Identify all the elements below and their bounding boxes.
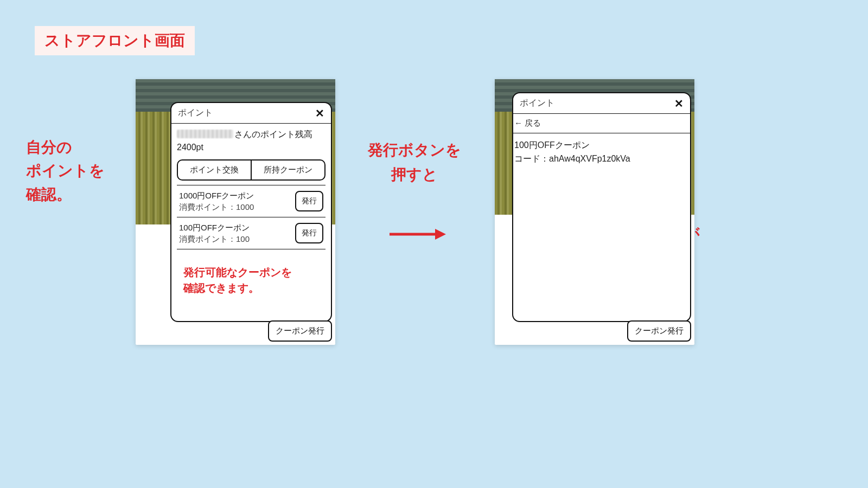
code-label: コード： (514, 154, 549, 163)
dialog-title: ポイント (178, 107, 213, 119)
tab-point-exchange[interactable]: ポイント交換 (178, 160, 251, 179)
issue-button[interactable]: 発行 (295, 191, 323, 211)
coupon-issue-button[interactable]: クーポン発行 (627, 320, 691, 342)
coupon-name: 1000円OFFクーポン (179, 190, 254, 201)
back-link[interactable]: ←戻る (513, 114, 690, 133)
arrow-icon (387, 227, 447, 242)
close-icon[interactable]: ✕ (674, 98, 684, 109)
dialog-title: ポイント (520, 98, 554, 109)
coupon-name: 100円OFFクーポン (179, 222, 250, 233)
issued-coupon-name: 100円OFFクーポン (514, 139, 689, 152)
page-title: ストアフロント画面 (35, 26, 195, 55)
coupon-cost: 消費ポイント：100 (179, 233, 250, 245)
coupon-cost: 消費ポイント：1000 (179, 201, 254, 213)
balance-suffix: さんのポイント残高 (234, 130, 312, 139)
points-dialog: ポイント ✕ ←戻る 100円OFFクーポン コード：ahAw4qXVFp1z0… (512, 92, 691, 322)
coupon-row: 1000円OFFクーポン 消費ポイント：1000 発行 (177, 185, 326, 217)
coupon-issue-button[interactable]: クーポン発行 (268, 320, 332, 342)
footer: クーポン発行 (268, 320, 332, 342)
close-icon[interactable]: ✕ (315, 108, 324, 119)
footer: クーポン発行 (627, 320, 691, 342)
coupon-list: 1000円OFFクーポン 消費ポイント：1000 発行 100円OFFクーポン … (177, 185, 326, 249)
svg-marker-1 (435, 229, 446, 240)
points-balance: さんのポイント残高 2400pt (177, 128, 326, 154)
note-check-points: 自分のポイントを確認。 (26, 136, 105, 206)
dialog-header: ポイント ✕ (171, 103, 331, 124)
issued-coupon: 100円OFFクーポン コード：ahAw4qXVFp1z0kVa (513, 133, 690, 171)
dialog-header: ポイント ✕ (513, 93, 690, 114)
tabs: ポイント交換 所持クーポン (177, 159, 326, 181)
storefront-screenshot-exchange: ポイント ✕ さんのポイント残高 2400pt ポイント交換 所持クーポン 10… (136, 79, 335, 345)
storefront-screenshot-code: ポイント ✕ ←戻る 100円OFFクーポン コード：ahAw4qXVFp1z0… (495, 79, 694, 345)
note-available-coupons: 発行可能なクーポンを確認できます。 (177, 249, 326, 296)
tab-owned-coupons[interactable]: 所持クーポン (251, 160, 324, 179)
note-press-issue: 発行ボタンを押すと (349, 138, 480, 187)
issue-button[interactable]: 発行 (295, 223, 323, 243)
back-label: 戻る (525, 118, 541, 127)
back-arrow-icon: ← (514, 118, 522, 127)
points-dialog: ポイント ✕ さんのポイント残高 2400pt ポイント交換 所持クーポン 10… (170, 102, 332, 322)
code-value: ahAw4qXVFp1z0kVa (549, 154, 630, 163)
coupon-row: 100円OFFクーポン 消費ポイント：100 発行 (177, 217, 326, 249)
balance-value: 2400pt (177, 143, 203, 152)
username-redacted (177, 130, 233, 138)
